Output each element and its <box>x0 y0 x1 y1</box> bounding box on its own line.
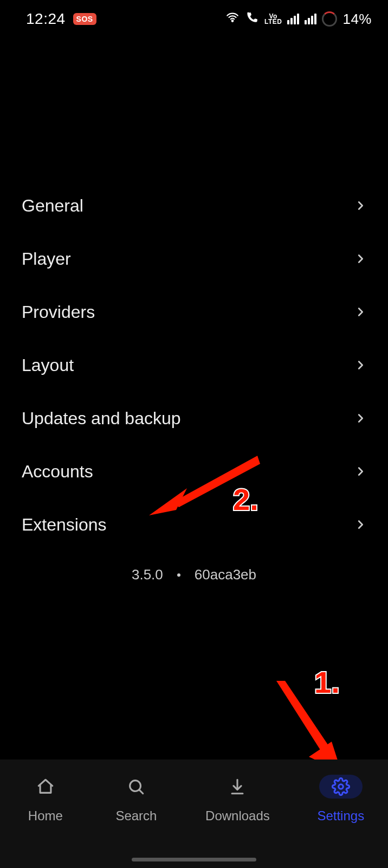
status-bar: 12:24 SOS VoLTED 14% <box>0 0 388 38</box>
chevron-right-icon <box>354 465 366 477</box>
annotation-number-2: 2. <box>233 482 258 517</box>
bottom-nav: Home Search Downloads Settings <box>0 760 388 868</box>
wifi-icon <box>225 10 240 28</box>
settings-item-general[interactable]: General <box>22 179 366 232</box>
home-icon <box>24 775 67 799</box>
chevron-right-icon <box>354 200 366 212</box>
settings-list: General Player Providers Layout Updates … <box>22 179 366 583</box>
chevron-right-icon <box>354 519 366 531</box>
settings-item-label: Updates and backup <box>22 409 181 429</box>
settings-item-extensions[interactable]: Extensions <box>22 498 366 551</box>
settings-item-label: Providers <box>22 302 95 322</box>
nav-downloads[interactable]: Downloads <box>205 775 270 824</box>
status-left: 12:24 SOS <box>26 10 96 28</box>
nav-label: Settings <box>317 808 364 824</box>
settings-item-updates-backup[interactable]: Updates and backup <box>22 392 366 445</box>
sos-badge: SOS <box>73 13 96 25</box>
settings-item-layout[interactable]: Layout <box>22 339 366 392</box>
version-line: 3.5.0 60aca3eb <box>22 566 366 583</box>
settings-item-label: Extensions <box>22 515 107 535</box>
svg-point-4 <box>339 784 344 789</box>
battery-percent: 14% <box>342 11 372 28</box>
download-icon <box>216 775 259 799</box>
settings-item-label: General <box>22 196 83 216</box>
nav-label: Search <box>115 808 157 824</box>
home-indicator[interactable] <box>132 858 256 861</box>
nav-home[interactable]: Home <box>24 775 67 824</box>
chevron-right-icon <box>354 253 366 265</box>
dot-separator-icon <box>177 573 180 577</box>
annotation-number-1: 1. <box>314 665 340 700</box>
battery-ring-icon <box>322 11 337 27</box>
gear-icon <box>319 775 363 799</box>
nav-settings[interactable]: Settings <box>317 775 364 824</box>
nav-label: Downloads <box>205 808 270 824</box>
signal-2-icon <box>305 14 316 24</box>
signal-1-icon <box>287 14 299 24</box>
settings-item-accounts[interactable]: Accounts <box>22 445 366 498</box>
settings-item-label: Layout <box>22 355 74 375</box>
settings-item-label: Player <box>22 249 71 269</box>
chevron-right-icon <box>354 412 366 424</box>
search-icon <box>114 775 158 799</box>
wifi-call-icon <box>245 10 259 28</box>
settings-item-label: Accounts <box>22 462 93 482</box>
nav-label: Home <box>28 808 63 824</box>
settings-item-providers[interactable]: Providers <box>22 285 366 339</box>
commit-hash: 60aca3eb <box>195 566 256 583</box>
version-number: 3.5.0 <box>132 566 163 583</box>
chevron-right-icon <box>354 359 366 371</box>
nav-search[interactable]: Search <box>114 775 158 824</box>
volte-icon: VoLTED <box>264 14 282 24</box>
clock: 12:24 <box>26 10 66 28</box>
settings-item-player[interactable]: Player <box>22 232 366 285</box>
status-right: VoLTED 14% <box>225 10 372 28</box>
svg-point-0 <box>232 20 234 22</box>
chevron-right-icon <box>354 306 366 318</box>
